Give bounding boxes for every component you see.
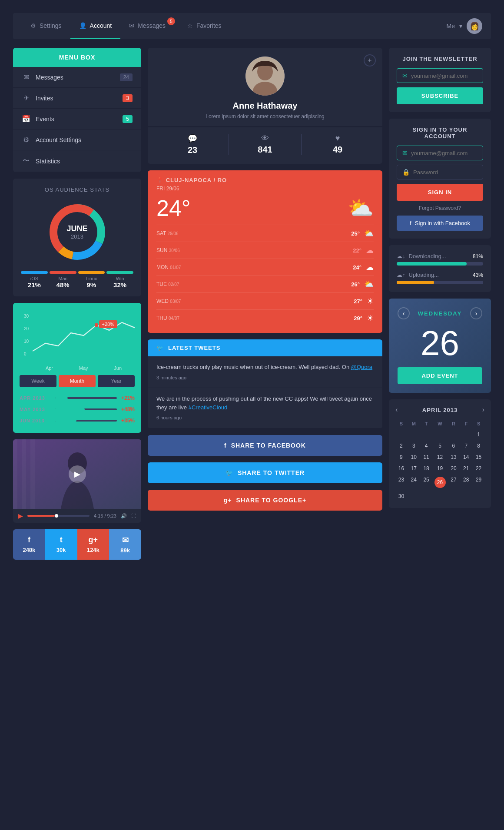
forecast-icon-tue: ⛅ [364,279,374,289]
svg-rect-7 [13,439,17,509]
cal-cell-17[interactable]: 17 [408,463,420,474]
cal-cell-24[interactable]: 24 [408,475,420,490]
period-year-button[interactable]: Year [98,375,135,387]
calendar-next-button[interactable]: › [470,307,482,319]
period-week-button[interactable]: Week [20,375,56,387]
cal-cell-21[interactable]: 21 [460,463,472,474]
chart-x-labels: AprMayJun [33,365,135,371]
download-icon: ☁↓ [397,253,405,259]
messages-badge: 5 [167,17,175,25]
video-progress[interactable] [27,515,90,517]
download-progress: ☁↓ Downloading... 81% [397,253,483,266]
facebook-signin-button[interactable]: f Sign in with Facebook [397,216,483,231]
period-month-button[interactable]: Month [59,375,96,387]
menu-item-invites[interactable]: ✈ Invites 3 [13,88,141,109]
donut-chart: JUNE 2013 [45,199,110,265]
weather-main: 24° ⛅ [156,195,374,221]
share-googleplus-button[interactable]: g+ SHARE TO GOOGLE+ [148,490,382,511]
main-layout: MENU BOX ✉ Messages 24 ✈ Invites 3 📅 Eve… [13,48,491,560]
cal-cell-12[interactable]: 12 [433,452,447,462]
cal-cell-empty-5 [448,429,460,440]
cal-cell-3[interactable]: 3 [408,441,420,451]
add-event-button[interactable]: ADD EVENT [398,367,482,384]
social-email[interactable]: ✉ 89k [109,529,141,560]
volume-icon[interactable]: 🔊 [121,513,127,519]
upload-progress: ☁↑ Uploading... 43% [397,272,483,284]
cal-cell-today[interactable]: 26 [433,475,447,490]
cal-cell-2[interactable]: 2 [395,441,407,451]
tweet-link-0[interactable]: @Quora [351,364,372,370]
forecast-icon-mon: ☁ [366,262,374,272]
cal-cell-28[interactable]: 28 [460,475,472,490]
profile-stats: 💬 23 👁 841 ♥ 49 [156,134,374,155]
right-column: JOIN THE NEWSLETTER ✉ SUBSCRIBE SIGN IN … [389,48,491,560]
mini-cal-next-button[interactable]: › [482,406,484,414]
subscribe-button[interactable]: SUBSCRIBE [397,87,483,104]
cal-cell-18[interactable]: 18 [421,463,432,474]
cal-cell-empty-8 [421,491,432,501]
signin-password-field[interactable]: 🔒 [397,165,483,179]
newsletter-email-input[interactable] [411,73,484,79]
mini-cal-prev-button[interactable]: ‹ [395,406,398,414]
social-facebook[interactable]: f 248k [13,529,45,560]
cal-cell-6[interactable]: 6 [448,441,460,451]
user-menu[interactable]: Me ▾ 👩 [447,18,482,34]
cal-cell-23[interactable]: 23 [395,475,407,490]
cal-cell-13[interactable]: 13 [448,452,460,462]
cal-cell-9[interactable]: 9 [395,452,407,462]
cal-cell-16[interactable]: 16 [395,463,407,474]
cal-cell-27[interactable]: 27 [448,475,460,490]
social-googleplus[interactable]: g+ 124k [77,529,109,560]
play-icon[interactable]: ▶ [18,512,23,519]
share-twitter-button[interactable]: 🐦 SHARE TO TWITTER [148,462,382,483]
forgot-password-link[interactable]: Forgot Password? [397,205,483,211]
cal-cell-empty-6 [460,429,472,440]
cal-header-s1: S [395,419,407,428]
tab-messages[interactable]: ✉ Messages 5 [120,13,179,39]
calendar-date-card: ‹ WEDNESDAY › 26 ADD EVENT [389,299,491,393]
cal-cell-4[interactable]: 4 [421,441,432,451]
cal-cell-22[interactable]: 22 [473,463,484,474]
tab-settings[interactable]: ⚙ Settings [22,13,70,39]
cal-cell-8[interactable]: 8 [473,441,484,451]
cal-cell-14[interactable]: 14 [460,452,472,462]
menu-item-messages[interactable]: ✉ Messages 24 [13,67,141,88]
cal-cell-1[interactable]: 1 [473,429,484,440]
signin-email-field[interactable]: ✉ [397,146,483,160]
profile-avatar [245,56,285,96]
profile-add-button[interactable]: + [364,54,376,66]
cal-cell-20[interactable]: 20 [448,463,460,474]
twitter-share-icon: 🐦 [225,469,233,476]
cal-cell-7[interactable]: 7 [460,441,472,451]
tab-account[interactable]: 👤 Account [70,13,121,39]
menu-item-account-settings[interactable]: ⚙ Account Settings [13,129,141,150]
progress-card: ☁↓ Downloading... 81% ☁↑ Uploading... 43… [389,245,491,292]
tab-favorites[interactable]: ☆ Favorites [179,13,230,39]
calendar-prev-button[interactable]: ‹ [398,307,410,319]
cal-cell-10[interactable]: 10 [408,452,420,462]
tweet-link-1[interactable]: #CreativeCloud [189,404,228,411]
menu-item-events[interactable]: 📅 Events 5 [13,109,141,129]
play-button[interactable]: ▶ [69,465,86,483]
cal-cell-15[interactable]: 15 [473,452,484,462]
cal-cell-30[interactable]: 30 [395,491,407,501]
signin-button[interactable]: SIGN IN [397,184,483,201]
fullscreen-icon[interactable]: ⛶ [131,513,136,518]
social-twitter[interactable]: t 30k [45,529,77,560]
profile-stat-likes: ♥ 49 [302,134,374,155]
calendar-big-date: 26 [398,326,482,361]
menu-item-statistics[interactable]: 〜 Statistics [13,150,141,172]
newsletter-email-field[interactable]: ✉ [397,68,483,83]
signin-password-input[interactable] [413,169,486,176]
os-bars: iOS 21% Mac 48% Linux 9% Win 32% [21,271,133,289]
cal-cell-29[interactable]: 29 [473,475,484,490]
signin-email-input[interactable] [411,150,484,156]
period-buttons: Week Month Year [20,375,135,387]
cal-cell-19[interactable]: 19 [433,463,447,474]
share-facebook-button[interactable]: f SHARE TO FACEBOOK [148,435,382,456]
os-bar-mac: Mac 48% [50,271,76,289]
tweet-item-1: We are in the process of pushing out all… [148,388,382,428]
cal-cell-25[interactable]: 25 [421,475,432,490]
cal-cell-11[interactable]: 11 [421,452,432,462]
cal-cell-5[interactable]: 5 [433,441,447,451]
